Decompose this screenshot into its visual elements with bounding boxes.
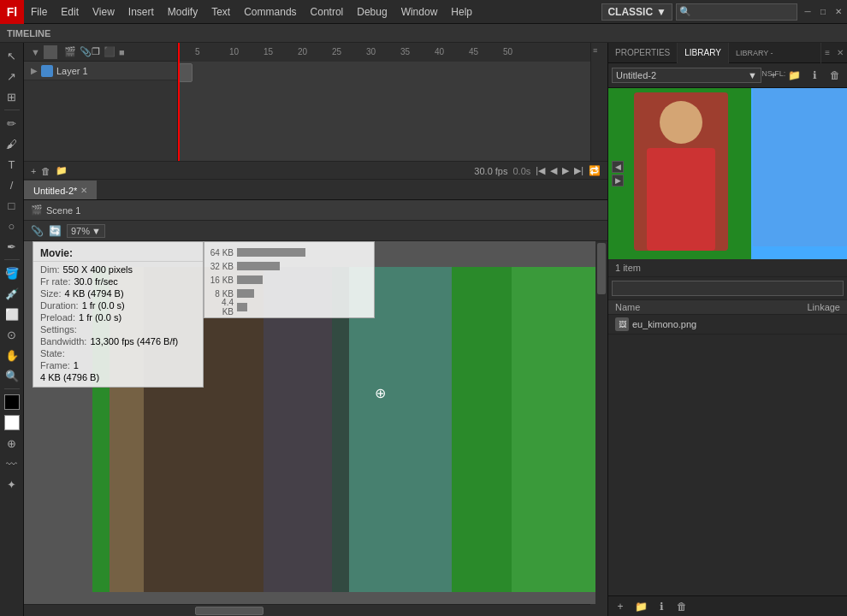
- menu-window[interactable]: Window: [394, 0, 445, 24]
- menu-control[interactable]: Control: [304, 0, 351, 24]
- lasso-tool[interactable]: ⊙: [3, 325, 21, 344]
- timeline-label: TIMELINE: [7, 28, 50, 38]
- first-frame-btn[interactable]: |◀: [536, 165, 545, 176]
- loop-btn[interactable]: 🔁: [589, 165, 601, 176]
- menu-modify[interactable]: Modify: [161, 0, 204, 24]
- library-search-input[interactable]: [612, 281, 844, 296]
- smooth-tool[interactable]: 〰: [3, 454, 21, 473]
- scroll-thumb[interactable]: [195, 607, 264, 615]
- timeline-frames[interactable]: [178, 62, 590, 161]
- info-row-bandwidth: Bandwidth: 13,300 fps (4476 B/f): [33, 335, 203, 347]
- workspace-dropdown[interactable]: CLASSIC ▼: [601, 3, 672, 21]
- oval-tool[interactable]: ○: [3, 216, 21, 235]
- search-icon: 🔍: [677, 6, 694, 17]
- bone-tool[interactable]: ✦: [3, 475, 21, 494]
- timeline-options-btn[interactable]: ≡: [590, 43, 607, 62]
- tool-divider-1: [4, 110, 20, 110]
- search-input[interactable]: [694, 7, 797, 17]
- info-row-size2: 4 KB (4796 B): [33, 371, 203, 383]
- selection-tool[interactable]: ↖: [3, 46, 21, 65]
- menu-view[interactable]: View: [86, 0, 121, 24]
- fps-display: 30.0 fps: [474, 166, 507, 176]
- add-layer-btn[interactable]: +: [31, 166, 36, 176]
- hand-tool[interactable]: ✋: [3, 346, 21, 364]
- library-doc-dropdown[interactable]: Untitled-2 ▼: [612, 68, 761, 83]
- prev-frame-btn[interactable]: ◀: [550, 165, 557, 176]
- document-tab[interactable]: Untitled-2* ✕: [24, 181, 97, 199]
- line-tool[interactable]: /: [3, 175, 21, 194]
- scene-icon: 🎬: [31, 204, 43, 216]
- tab-label: Untitled-2*: [33, 186, 77, 196]
- library-item[interactable]: 🖼 eu_kimono.png: [608, 315, 847, 335]
- zoom-dropdown[interactable]: 97% ▼: [67, 224, 105, 238]
- bottom-delete-btn[interactable]: 🗑: [673, 598, 690, 615]
- bandwidth-area: 64 KB 32 KB 16 KB 8 KB 4.4 KB: [204, 241, 375, 318]
- bg-green-right: [512, 267, 597, 592]
- paint-bucket-tool[interactable]: 🪣: [3, 264, 21, 282]
- timeline-scroll-v[interactable]: [590, 62, 607, 161]
- tab-library[interactable]: LIBRARY: [678, 43, 729, 63]
- subselection-tool[interactable]: ↗: [3, 67, 21, 86]
- vertical-scrollbar[interactable]: [595, 241, 607, 604]
- canvas-area[interactable]: Movie: Dim: 550 X 400 pixels Fr rate: 30…: [24, 241, 607, 616]
- chevron-down-icon: ▼: [656, 6, 666, 18]
- tab-properties[interactable]: PROPERTIES: [608, 43, 678, 63]
- snap-tool[interactable]: ⊕: [3, 434, 21, 453]
- menu-edit[interactable]: Edit: [54, 0, 86, 24]
- right-panel-tabs: PROPERTIES LIBRARY LIBRARY - BUTTONS.FL:…: [608, 43, 847, 63]
- pencil-tool[interactable]: ✏: [3, 114, 21, 133]
- tool-divider-2: [4, 259, 20, 260]
- next-frame-btn[interactable]: ▶|: [574, 165, 583, 176]
- bottom-new-symbol-btn[interactable]: +: [612, 598, 629, 615]
- play-btn[interactable]: ▶: [562, 165, 569, 176]
- properties-btn[interactable]: ℹ: [806, 67, 823, 84]
- zoom-bar: 📎 🔄 97% ▼: [24, 221, 607, 241]
- rect-tool[interactable]: □: [3, 196, 21, 215]
- preview-nav-up[interactable]: ◀: [612, 161, 624, 173]
- minimize-button[interactable]: ─: [801, 5, 814, 19]
- brush-tool[interactable]: 🖌: [3, 134, 21, 153]
- item-count: 1 item: [608, 259, 847, 277]
- menu-insert[interactable]: Insert: [121, 0, 161, 24]
- new-symbol-btn[interactable]: +: [765, 67, 782, 84]
- preview-area: ◀ ▶: [608, 88, 847, 259]
- close-button[interactable]: ✕: [832, 5, 845, 19]
- transform-tool[interactable]: ⊞: [3, 87, 21, 106]
- menu-debug[interactable]: Debug: [350, 0, 394, 24]
- menu-text[interactable]: Text: [204, 0, 237, 24]
- info-heading: Movie:: [33, 246, 203, 262]
- layer-1-row[interactable]: ▶ Layer 1: [24, 62, 177, 80]
- tab-close-btn[interactable]: ✕: [80, 186, 87, 195]
- menu-help[interactable]: Help: [444, 0, 479, 24]
- panel-close-icon[interactable]: ✕: [833, 48, 847, 57]
- scene-label[interactable]: Scene 1: [46, 205, 80, 216]
- delete-layer-btn[interactable]: 🗑: [41, 166, 50, 176]
- zoom-tool[interactable]: 🔍: [3, 366, 21, 385]
- pen-tool[interactable]: ✒: [3, 237, 21, 256]
- menu-file[interactable]: File: [24, 0, 54, 24]
- stroke-color[interactable]: [4, 394, 20, 410]
- eraser-tool[interactable]: ⬜: [3, 305, 21, 323]
- fill-color[interactable]: [4, 415, 20, 430]
- bottom-properties-btn[interactable]: ℹ: [653, 598, 670, 615]
- right-panel: PROPERTIES LIBRARY LIBRARY - BUTTONS.FL:…: [607, 43, 847, 616]
- new-folder-btn[interactable]: 📁: [785, 67, 803, 84]
- file-icon: 🖼: [615, 317, 629, 331]
- item-name: eu_kimono.png: [632, 319, 840, 329]
- menu-commands[interactable]: Commands: [237, 0, 303, 24]
- layer-folder-btn[interactable]: 📁: [56, 165, 68, 176]
- library-search: [608, 277, 847, 300]
- maximize-button[interactable]: □: [816, 5, 830, 19]
- vscroll-thumb[interactable]: [597, 243, 606, 294]
- preview-nav-down[interactable]: ▶: [612, 175, 624, 187]
- panel-options-icon[interactable]: ≡: [821, 48, 833, 57]
- horizontal-scrollbar[interactable]: [24, 604, 590, 616]
- bw-row-44: 4.4 KB: [208, 300, 370, 314]
- bottom-new-folder-btn[interactable]: 📁: [632, 598, 649, 615]
- tab-library-buttons[interactable]: LIBRARY - BUTTONS.FL:: [729, 43, 821, 63]
- eyedropper-tool[interactable]: 💉: [3, 284, 21, 303]
- bw-row-16: 16 KB: [208, 273, 370, 287]
- bw-bar-16: [237, 275, 263, 284]
- text-tool[interactable]: T: [3, 155, 21, 174]
- delete-btn[interactable]: 🗑: [826, 67, 844, 84]
